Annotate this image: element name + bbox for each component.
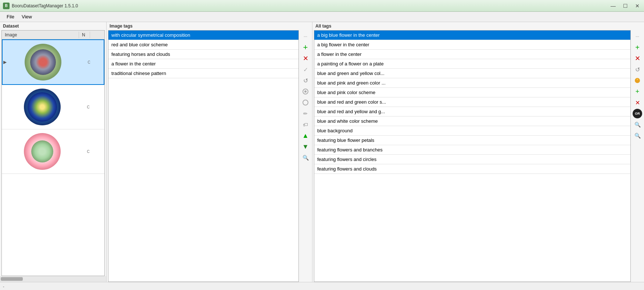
plate-image-3: [24, 133, 61, 170]
dataset-item-image: [3, 40, 83, 84]
tags-pencil-button[interactable]: ✏: [301, 109, 310, 118]
scrollbar-thumb[interactable]: [1, 277, 23, 281]
tag-item[interactable]: featuring horses and clouds: [108, 50, 298, 59]
close-button[interactable]: ✕: [634, 3, 641, 9]
tags-more-button[interactable]: ···: [301, 32, 310, 41]
all-tags-label: All tags: [312, 22, 644, 30]
alltags-green-add-button[interactable]: +: [633, 43, 642, 52]
dataset-item-image: [2, 85, 83, 129]
dataset-panel: Dataset Image N ▶ C: [0, 22, 107, 282]
minimize-button[interactable]: —: [609, 3, 617, 9]
col-n: N: [79, 32, 90, 38]
dataset-items: ▶ C C C: [2, 39, 104, 276]
all-tag-item[interactable]: featuring flowers and branches: [314, 145, 630, 155]
file-menu[interactable]: File: [3, 12, 18, 21]
svg-point-4: [637, 79, 638, 80]
tag-item[interactable]: red and blue color scheme: [108, 40, 298, 50]
dataset-item-image: [2, 129, 83, 173]
all-tags-list: a big blue flower in the center a big fl…: [314, 30, 631, 282]
alltags-remove2-button[interactable]: ✕: [633, 98, 642, 107]
all-tag-item[interactable]: a flower in the center: [314, 50, 630, 59]
alltags-more-button[interactable]: ···: [633, 32, 642, 41]
all-tag-item[interactable]: a painting of a flower on a plate: [314, 59, 630, 69]
app-title: BooruDatasetTagManager 1.5.1.0: [12, 3, 78, 8]
tag-item[interactable]: with circular symmetrical composition: [108, 31, 298, 40]
dataset-item-code: C: [83, 60, 94, 65]
image-tags-toolbar: ··· + ✕ ✓ ↺ ✏ 🏷 ▲ ▼ 🔍: [299, 30, 312, 282]
all-tag-item[interactable]: featuring flowers and clouds: [314, 164, 630, 174]
view-menu[interactable]: View: [18, 12, 36, 21]
dataset-list-header: Image N: [2, 31, 104, 39]
tags-list-container: with circular symmetrical composition re…: [107, 30, 312, 282]
tags-move-down-button[interactable]: ▼: [301, 142, 310, 151]
all-tags-panel: All tags a big blue flower in the center…: [312, 22, 644, 282]
all-tag-item[interactable]: blue and white color scheme: [314, 117, 630, 126]
dataset-item-code: C: [83, 104, 94, 110]
alltags-orange-button[interactable]: [633, 76, 642, 85]
dataset-item[interactable]: C: [2, 85, 104, 129]
tags-back-button[interactable]: ↺: [301, 76, 310, 85]
alltags-add2-button[interactable]: +: [633, 87, 642, 96]
all-tag-item[interactable]: blue and pink color scheme: [314, 88, 630, 97]
plate-image-2: [24, 89, 61, 125]
all-tag-item[interactable]: featuring blue flower petals: [314, 136, 630, 145]
tags-add-button[interactable]: +: [301, 43, 310, 52]
horizontal-scrollbar[interactable]: [0, 276, 106, 282]
image-tags-panel: Image tags with circular symmetrical com…: [107, 22, 312, 282]
svg-point-2: [303, 100, 308, 105]
alltags-search1-button[interactable]: 🔍: [633, 120, 642, 129]
tag-item[interactable]: a flower in the center: [108, 59, 298, 69]
tags-search-button[interactable]: 🔍: [301, 153, 310, 162]
image-tags-label: Image tags: [107, 22, 312, 30]
arrow-icon: ▶: [3, 60, 7, 65]
title-bar: B BooruDatasetTagManager 1.5.1.0 — ☐ ✕: [0, 0, 644, 12]
dataset-item-code: C: [83, 149, 94, 154]
all-tag-item[interactable]: blue and pink and green color ...: [314, 78, 630, 88]
all-tags-toolbar: ··· + ✕ ↺ + ✕ OR 🔍 🔍: [631, 30, 644, 282]
main-content: Dataset Image N ▶ C: [0, 22, 644, 282]
status-text: -: [3, 284, 4, 289]
tag-item[interactable]: traditional chinese pattern: [108, 69, 298, 78]
status-bar: -: [0, 282, 644, 290]
plate-image-1: [25, 44, 61, 80]
dataset-item[interactable]: ▶ C: [2, 39, 104, 85]
all-tags-list-container: a big blue flower in the center a big fl…: [312, 30, 644, 282]
tags-circle-button[interactable]: [301, 87, 310, 96]
all-tag-item[interactable]: blue and green and yellow col...: [314, 69, 630, 78]
image-tags-list: with circular symmetrical composition re…: [108, 30, 299, 282]
svg-point-1: [304, 90, 307, 93]
all-tag-item[interactable]: blue background: [314, 126, 630, 136]
all-tag-item[interactable]: a big blue flower in the center: [314, 31, 630, 40]
tags-disk-button[interactable]: [301, 98, 310, 107]
tags-move-up-button[interactable]: ▲: [301, 131, 310, 140]
all-tag-item[interactable]: featuring flowers and circles: [314, 155, 630, 164]
all-tag-item[interactable]: a big flower in the center: [314, 40, 630, 50]
all-tag-item[interactable]: blue and red and yellow and g...: [314, 107, 630, 117]
tags-check-button[interactable]: ✓: [301, 65, 310, 74]
alltags-refresh-button[interactable]: ↺: [633, 65, 642, 74]
all-tag-item[interactable]: blue and red and green color s...: [314, 97, 630, 107]
col-image: Image: [2, 32, 79, 38]
dataset-item[interactable]: C: [2, 129, 104, 174]
alltags-red-remove-button[interactable]: ✕: [633, 54, 642, 63]
or-badge[interactable]: OR: [633, 109, 642, 118]
tags-tag-button[interactable]: 🏷: [301, 120, 310, 129]
tags-remove-button[interactable]: ✕: [301, 54, 310, 63]
app-icon: B: [3, 3, 10, 9]
maximize-button[interactable]: ☐: [622, 3, 629, 9]
dataset-list: Image N ▶ C C: [1, 30, 105, 276]
dataset-label: Dataset: [0, 22, 106, 30]
alltags-search2-button[interactable]: 🔍: [633, 131, 642, 140]
menu-bar: File View: [0, 12, 644, 22]
window-controls: — ☐ ✕: [609, 3, 641, 9]
